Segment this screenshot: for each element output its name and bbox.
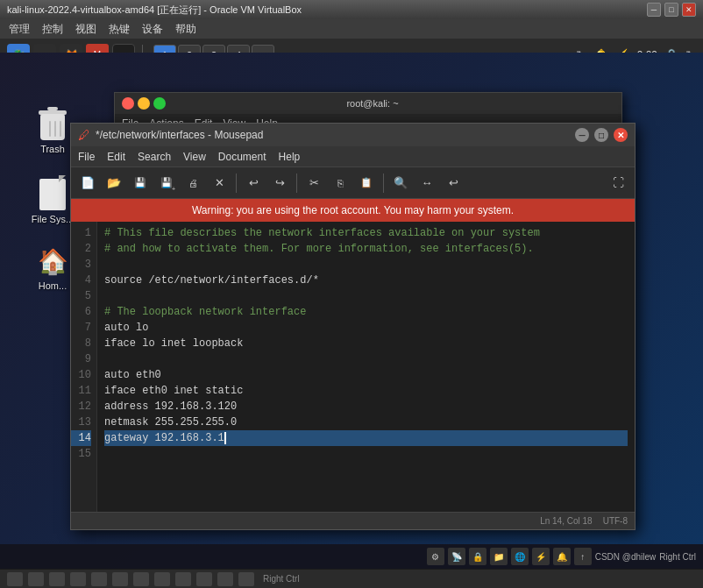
status-ln-col: Ln 14, Col 18	[540, 516, 593, 526]
line-num-12: 12	[71, 399, 91, 414]
code-netmask: netmask 255.255.255.0	[104, 416, 237, 429]
warning-text: Warning: you are using the root account.…	[192, 204, 514, 216]
status-icon-3[interactable]	[49, 572, 65, 586]
editor-line-13: netmask 255.255.255.0	[104, 414, 628, 430]
line-num-14: 14	[71, 430, 91, 446]
status-icon-1[interactable]	[7, 572, 23, 586]
toolbar-print-button[interactable]: 🖨	[181, 172, 204, 195]
code-comment-1: # This file describes the network interf…	[104, 227, 540, 239]
toolbar-copy-button[interactable]: ⎘	[329, 172, 352, 195]
toolbar-paste-button[interactable]: 📋	[355, 172, 378, 195]
terminal-close-button[interactable]	[122, 97, 134, 110]
toolbar-separator-3	[383, 174, 384, 193]
toolbar-save-as-button[interactable]: 💾+	[155, 172, 178, 195]
editor-area[interactable]: 1 2 3 4 5 6 7 8 9 10 11 12 13	[71, 222, 635, 512]
line-num-2: 2	[71, 241, 91, 257]
editor-line-4: source /etc/network/interfaces.d/*	[104, 273, 628, 288]
status-icon-12[interactable]	[238, 572, 254, 586]
vbox-close-button[interactable]: ✕	[682, 3, 696, 17]
status-encoding: UTF-8	[603, 516, 628, 526]
status-icon-4[interactable]	[70, 572, 86, 586]
editor-line-14: gateway 192.168.3.1	[104, 430, 628, 446]
bottom-icon-5[interactable]: 🌐	[511, 548, 529, 565]
toolbar-close-file-button[interactable]: ✕	[208, 172, 231, 195]
bottom-icon-2[interactable]: 📡	[448, 548, 465, 565]
vbox-menu-view[interactable]: 视图	[70, 20, 102, 39]
vbox-menu-manage[interactable]: 管理	[4, 20, 35, 39]
bottom-icon-7[interactable]: 🔔	[553, 548, 571, 565]
bottom-icon-6[interactable]: ⚡	[532, 548, 550, 565]
home-label: Hom...	[39, 280, 67, 291]
mousepad-menu-help[interactable]: Help	[279, 151, 301, 163]
code-comment-6: # The loopback network interface	[104, 306, 306, 318]
mousepad-titlebar: 🖊 */etc/network/interfaces - Mousepad ─ …	[71, 124, 635, 146]
status-icon-11[interactable]	[217, 572, 233, 586]
toolbar-cut-button[interactable]: ✂	[302, 172, 325, 195]
status-icon-8[interactable]	[154, 572, 170, 586]
vbox-title: kali-linux-2022.4-virtualbox-amd64 [正在运行…	[7, 4, 302, 17]
home-icon: 🏠	[37, 245, 68, 277]
desktop: kali-linux-2022.4-virtualbox-amd64 [正在运行…	[0, 0, 703, 588]
vm-screen: Trash File Sys... 🏠 Hom...	[0, 53, 703, 569]
vbox-window: kali-linux-2022.4-virtualbox-amd64 [正在运行…	[0, 0, 703, 588]
status-icon-5[interactable]	[91, 572, 107, 586]
vbox-menu-devices[interactable]: 设备	[137, 20, 168, 39]
statusbar-icons: Right Ctrl	[7, 572, 300, 586]
kali-desktop: Trash File Sys... 🏠 Hom...	[0, 53, 703, 569]
vbox-maximize-button[interactable]: □	[664, 3, 678, 17]
code-iface-lo: iface lo inet loopback	[104, 337, 243, 350]
mousepad-window-buttons: ─ □ ✕	[575, 128, 628, 142]
bottom-icon-3[interactable]: 🔒	[469, 548, 486, 565]
mousepad-minimize-button[interactable]: ─	[575, 128, 589, 142]
status-icon-9[interactable]	[175, 572, 191, 586]
toolbar-open-button[interactable]: 📂	[103, 172, 125, 195]
toolbar-redo-button[interactable]: ↪	[268, 172, 291, 195]
files-icon	[37, 175, 68, 210]
vbox-statusbar: Right Ctrl	[0, 569, 703, 588]
mousepad-maximize-button[interactable]: □	[594, 128, 608, 142]
bottom-text-ctrl: Right Ctrl	[659, 552, 696, 562]
toolbar-new-button[interactable]: 📄	[76, 172, 99, 195]
files-label: File Sys...	[32, 214, 74, 224]
vbox-minimize-button[interactable]: ─	[647, 3, 661, 17]
mousepad-menu-search[interactable]: Search	[138, 151, 171, 163]
editor-line-5	[104, 288, 628, 304]
toolbar-find-button[interactable]: 🔍	[389, 172, 412, 195]
vbox-titlebar-buttons: ─ □ ✕	[647, 3, 696, 17]
toolbar-separator-2	[296, 174, 297, 193]
bottom-icon-8[interactable]: ↑	[574, 548, 592, 565]
toolbar-undo-button[interactable]: ↩	[242, 172, 265, 195]
line-num-3: 3	[71, 257, 91, 273]
status-icon-2[interactable]	[28, 572, 44, 586]
mousepad-menu-file[interactable]: File	[78, 151, 95, 163]
status-icon-7[interactable]	[133, 572, 149, 586]
toolbar-save-button[interactable]: 💾	[129, 172, 152, 195]
status-icon-6[interactable]	[112, 572, 128, 586]
toolbar-goto-button[interactable]: ↩	[442, 172, 465, 195]
toolbar-replace-button[interactable]: ↔	[415, 172, 438, 195]
mousepad-menu-view[interactable]: View	[183, 151, 206, 163]
code-auto-eth0: auto eth0	[104, 369, 161, 381]
line-num-10: 10	[71, 367, 91, 383]
editor-line-8: iface lo inet loopback	[104, 336, 628, 351]
mousepad-titlebar-left: 🖊 */etc/network/interfaces - Mousepad	[78, 128, 263, 142]
bottom-icon-1[interactable]: ⚙	[427, 548, 444, 565]
mousepad-title: */etc/network/interfaces - Mousepad	[96, 129, 263, 141]
mousepad-menu-document[interactable]: Document	[218, 151, 266, 163]
status-icon-10[interactable]	[196, 572, 212, 586]
vbox-menu-control[interactable]: 控制	[37, 20, 68, 39]
terminal-title: root@kali: ~	[346, 98, 398, 109]
terminal-maximize-button[interactable]	[153, 97, 166, 110]
mousepad-close-button[interactable]: ✕	[614, 128, 628, 142]
editor-line-6: # The loopback network interface	[104, 304, 628, 320]
code-address: address 192.168.3.120	[104, 400, 237, 413]
editor-line-1: # This file describes the network interf…	[104, 225, 628, 241]
mousepad-menu-edit[interactable]: Edit	[107, 151, 125, 163]
terminal-minimize-button[interactable]	[138, 97, 150, 110]
vbox-menu-help[interactable]: 帮助	[170, 20, 202, 39]
line-num-13: 13	[71, 414, 91, 430]
editor-content[interactable]: # This file describes the network interf…	[97, 222, 635, 512]
bottom-icon-4[interactable]: 📁	[490, 548, 508, 565]
vbox-menu-hotkey[interactable]: 热键	[103, 20, 135, 39]
toolbar-fullscreen-button[interactable]: ⛶	[607, 172, 629, 195]
